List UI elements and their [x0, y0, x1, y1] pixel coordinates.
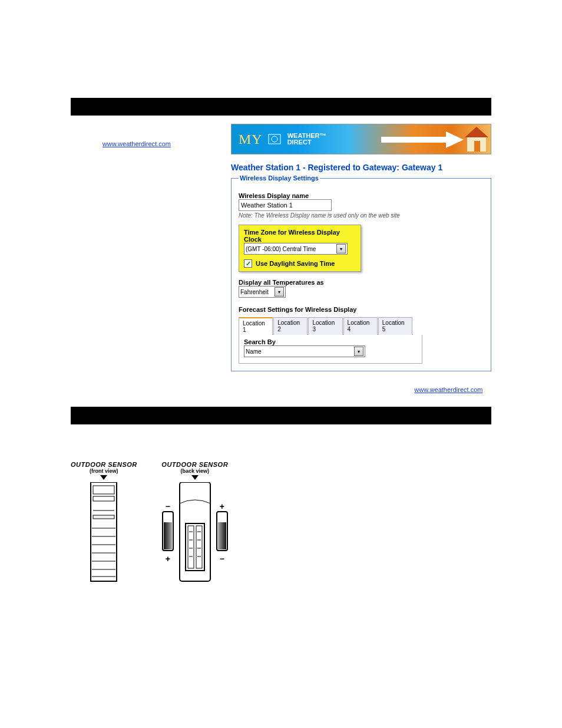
display-name-label: Wireless Display name: [239, 192, 484, 199]
list-item: Do not mix old and new batteries: [108, 47, 491, 56]
timezone-select[interactable]: (GMT -06:00) Central Time ▾: [244, 243, 348, 255]
brand-banner: MY WEATHER™DIRECT: [231, 124, 491, 154]
svg-rect-23: [188, 526, 194, 568]
timezone-note: Note: If you manually set the time, it m…: [71, 386, 491, 394]
chevron-down-icon: ▾: [354, 347, 363, 356]
house-icon: [464, 126, 490, 153]
instructions-text: If the default settings are incorrect, l…: [71, 124, 222, 197]
wireless-display-settings: Wireless Display Settings Wireless Displ…: [231, 174, 491, 371]
dst-checkbox-row[interactable]: ✓ Use Daylight Saving Time: [244, 259, 335, 268]
sensor-intro-text: The temperature sensor uses either 2 "AA…: [71, 433, 491, 451]
svg-rect-20: [164, 522, 172, 549]
svg-rect-24: [196, 526, 202, 568]
timezone-label: Time Zone for Wireless Display Clock: [244, 229, 356, 243]
battery-icon: + −: [215, 502, 229, 563]
tab-location-1[interactable]: Location 1: [239, 317, 273, 335]
tab-location-2[interactable]: Location 2: [273, 317, 308, 335]
banner-my: MY: [239, 131, 263, 147]
svg-point-1: [272, 136, 277, 142]
display-name-input[interactable]: [239, 199, 332, 211]
search-by-label: Search By: [244, 338, 417, 345]
sensor-back-view: OUTDOOR SENSOR (back view) −: [161, 461, 229, 584]
svg-rect-0: [269, 134, 280, 144]
svg-rect-11: [93, 515, 114, 519]
tab-location-3[interactable]: Location 3: [308, 317, 342, 335]
pointer-down-icon: [100, 475, 107, 480]
timezone-highlight: Time Zone for Wireless Display Clock (GM…: [239, 225, 361, 272]
website-link[interactable]: www.weatherdirect.com: [103, 140, 171, 147]
search-by-select[interactable]: Name ▾: [244, 345, 365, 357]
sensor-diagrams: OUTDOOR SENSOR (front view): [71, 461, 491, 584]
forecast-settings-label: Forecast Settings for Wireless Display: [239, 306, 484, 313]
chevron-down-icon: ▾: [336, 244, 346, 253]
location-tabs: Location 1 Location 2 Location 3 Locatio…: [239, 317, 413, 335]
display-name-note: Note: The Wireless Display name is used …: [239, 212, 484, 219]
chevron-down-icon: ▾: [275, 287, 284, 297]
svg-marker-3: [446, 131, 464, 148]
svg-rect-8: [93, 486, 114, 494]
svg-rect-2: [381, 137, 446, 143]
tab-location-4[interactable]: Location 4: [343, 317, 378, 335]
checkbox-icon: ✓: [244, 259, 252, 268]
svg-rect-6: [474, 141, 480, 151]
battery-icon: − +: [161, 502, 175, 563]
panel-title: Weather Station 1 - Registered to Gatewa…: [231, 163, 491, 172]
website-link[interactable]: www.weatherdirect.com: [414, 386, 482, 393]
pointer-down-icon: [191, 475, 199, 480]
list-item: Do not mix Alkaline, Lithium, standard o…: [108, 62, 491, 71]
fieldset-legend: Wireless Display Settings: [239, 174, 320, 182]
dst-label: Use Daylight Saving Time: [256, 260, 335, 267]
temp-unit-label: Display all Temperatures as: [239, 279, 484, 286]
svg-rect-34: [218, 522, 226, 549]
section-bar-sensor: SET UP OUTDOOR SENSOR (TX50U-IT): [71, 407, 491, 424]
list-item: Properly dispose of used batteries: [108, 77, 491, 86]
arrow-icon: [381, 129, 464, 150]
temp-unit-select[interactable]: Fahrenheit ▾: [239, 286, 286, 298]
section-bar-time: MANUALLY SET TIME AND TIME ZONE: [71, 98, 491, 116]
battery-note-list: Do not mix old and new batteries Do not …: [108, 47, 491, 86]
svg-marker-4: [465, 127, 488, 137]
svg-rect-9: [93, 496, 114, 501]
sensor-front-view: OUTDOOR SENSOR (front view): [71, 461, 137, 584]
banner-text: WEATHER™DIRECT: [287, 133, 326, 146]
tab-location-5[interactable]: Location 5: [378, 317, 412, 335]
